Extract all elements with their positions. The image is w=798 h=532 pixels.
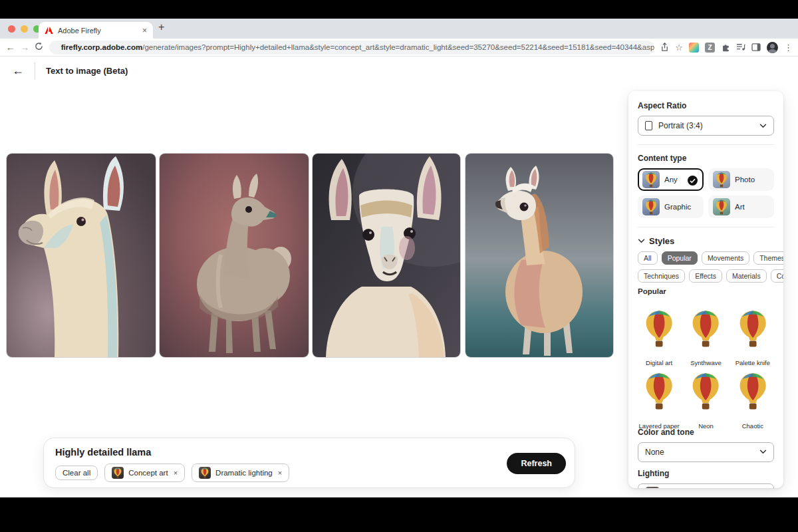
check-icon: [688, 176, 698, 186]
filter-themes[interactable]: Themes: [753, 251, 783, 265]
content-type-graphic[interactable]: Graphic: [638, 196, 704, 218]
style-synthwave[interactable]: Synthwave: [684, 301, 727, 355]
generated-image-2[interactable]: [160, 154, 309, 357]
tab-close-icon[interactable]: ×: [142, 26, 147, 35]
style-thumbnail: [732, 364, 774, 418]
portrait-ratio-icon: [645, 121, 652, 130]
prompt-bar[interactable]: Highly detailed llama Clear all Concept …: [43, 438, 575, 488]
filter-popular[interactable]: Popular: [662, 251, 698, 265]
lighting-select[interactable]: Dramatic lighting: [638, 483, 774, 488]
style-thumbnail: [713, 171, 730, 188]
style-thumbnail: [642, 198, 660, 215]
style-neon[interactable]: Neon: [684, 364, 727, 418]
filter-effects[interactable]: Effects: [689, 269, 722, 283]
divider: [638, 227, 774, 227]
prompt-chips: Clear all Concept art × Dramatic lightin…: [55, 464, 563, 482]
style-thumbnail: [638, 364, 680, 418]
window-controls: [8, 25, 41, 33]
reading-list-icon[interactable]: [736, 43, 745, 51]
screenshot-stage: Adobe Firefly × + ← → firefly.corp.adobe…: [0, 0, 798, 532]
tab-title: Adobe Firefly: [58, 27, 138, 35]
tab-strip: Adobe Firefly × +: [0, 19, 798, 39]
remove-chip-icon[interactable]: ×: [278, 469, 282, 477]
browser-toolbar: ← → firefly.corp.adobe.com/generate/imag…: [0, 39, 798, 57]
url-bar[interactable]: firefly.corp.adobe.com/generate/images?p…: [49, 41, 655, 55]
style-filter-row-1: All Popular Movements Themes: [638, 251, 774, 265]
chevron-down-icon: [759, 124, 767, 128]
browser-window: Adobe Firefly × + ← → firefly.corp.adobe…: [0, 19, 798, 497]
filter-all[interactable]: All: [638, 251, 658, 265]
new-tab-button[interactable]: +: [158, 21, 164, 33]
style-chaotic[interactable]: Chaotic: [732, 364, 774, 418]
minimize-window-button[interactable]: [21, 25, 28, 33]
popular-label: Popular: [638, 287, 774, 295]
forward-icon[interactable]: →: [18, 42, 33, 53]
share-icon[interactable]: [660, 43, 669, 52]
style-digital-art[interactable]: Digital art: [638, 301, 680, 355]
style-thumbnail: [684, 364, 727, 418]
refresh-button[interactable]: Refresh: [507, 453, 566, 474]
adobe-firefly-favicon: [45, 26, 53, 35]
style-thumbnail: [638, 301, 680, 355]
content-type-photo[interactable]: Photo: [708, 168, 774, 191]
chip-dramatic-lighting[interactable]: Dramatic lighting ×: [192, 464, 289, 482]
styles-label: Styles: [649, 236, 674, 246]
color-tone-value: None: [645, 448, 664, 457]
style-filter-row-2: Techniques Effects Materials Concepts: [638, 269, 774, 283]
filter-concepts[interactable]: Concepts: [771, 269, 783, 283]
page-back-arrow[interactable]: ←: [12, 64, 24, 78]
style-thumbnail: [112, 467, 124, 479]
extension-rainbow-icon[interactable]: [689, 43, 699, 53]
settings-panel: Aspect Ratio Portrait (3:4) Content type…: [628, 91, 783, 488]
content-type-options: Any Photo Graphic Art: [638, 168, 774, 218]
back-icon[interactable]: ←: [3, 42, 18, 53]
page-header: ← Text to image (Beta): [0, 57, 798, 85]
prompt-input[interactable]: Highly detailed llama: [55, 447, 563, 458]
lighting-label: Lighting: [638, 469, 774, 478]
divider: [638, 144, 774, 145]
content-type-label: Content type: [638, 154, 774, 163]
chip-concept-art[interactable]: Concept art ×: [104, 464, 185, 482]
close-window-button[interactable]: [8, 25, 15, 33]
browser-menu-icon[interactable]: ⋮: [784, 43, 793, 53]
chevron-down-icon: [759, 450, 767, 454]
generated-image-1[interactable]: [7, 154, 156, 357]
extensions-puzzle-icon[interactable]: [721, 43, 730, 52]
style-thumbnail: [642, 171, 660, 188]
bookmark-star-icon[interactable]: ☆: [675, 43, 683, 53]
filter-movements[interactable]: Movements: [702, 251, 749, 265]
style-thumbnail: [645, 487, 660, 488]
profile-avatar[interactable]: [767, 42, 778, 53]
browser-tab[interactable]: Adobe Firefly ×: [39, 22, 153, 39]
content-type-art[interactable]: Art: [708, 196, 774, 218]
style-palette-knife[interactable]: Palette knife: [732, 301, 774, 355]
filter-techniques[interactable]: Techniques: [638, 269, 685, 283]
style-thumbnail: [713, 198, 730, 215]
popular-styles-grid: Digital art Synthwave Palette knife Laye…: [638, 301, 774, 418]
clear-all-button[interactable]: Clear all: [55, 466, 98, 480]
style-thumbnail: [199, 467, 211, 479]
generated-image-4[interactable]: [466, 154, 613, 357]
style-thumbnail: [732, 301, 774, 355]
aspect-ratio-select[interactable]: Portrait (3:4): [638, 116, 774, 136]
page-title: Text to image (Beta): [46, 66, 128, 76]
aspect-ratio-label: Aspect Ratio: [638, 101, 774, 110]
reload-icon[interactable]: [32, 42, 47, 53]
chevron-down-icon: [638, 239, 645, 243]
url-text: firefly.corp.adobe.com/generate/images?p…: [61, 43, 655, 51]
side-panel-icon[interactable]: [751, 43, 761, 51]
aspect-ratio-value: Portrait (3:4): [658, 121, 703, 130]
remove-chip-icon[interactable]: ×: [174, 469, 178, 477]
style-thumbnail: [684, 301, 727, 355]
color-tone-select[interactable]: None: [638, 442, 774, 462]
generated-image-3[interactable]: [313, 154, 460, 357]
extension-z-icon[interactable]: Z: [705, 43, 715, 53]
header-divider: [35, 63, 35, 80]
styles-section-header[interactable]: Styles: [638, 236, 774, 246]
filter-materials[interactable]: Materials: [726, 269, 767, 283]
content-type-any[interactable]: Any: [638, 168, 704, 191]
style-layered-paper[interactable]: Layered paper: [638, 364, 680, 418]
